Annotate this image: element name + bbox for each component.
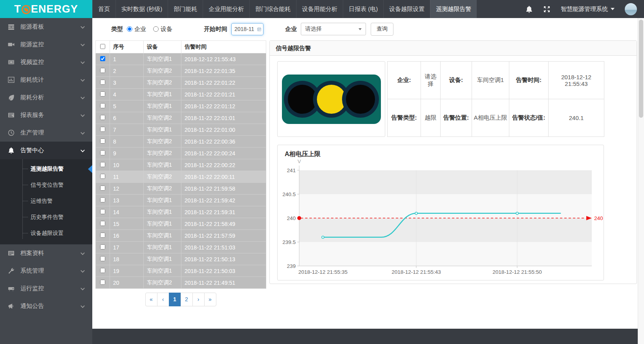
type-radio-企业[interactable]: 企业 xyxy=(127,25,146,33)
nav-tab[interactable]: 设备越限设置 xyxy=(383,0,430,18)
row-checkbox[interactable] xyxy=(100,268,105,273)
row-checkbox[interactable] xyxy=(100,244,105,249)
table-row[interactable]: 8车间空调22018-11-22 22:00:36 xyxy=(96,136,266,147)
row-checkbox[interactable] xyxy=(100,280,105,285)
table-row[interactable]: 12车间空调22018-11-22 21:59:58 xyxy=(96,183,266,195)
pagination-item[interactable]: 2 xyxy=(181,293,193,306)
row-checkbox[interactable] xyxy=(100,256,105,261)
sidebar-item[interactable]: 能耗分析 xyxy=(0,89,92,106)
chevron-down-icon xyxy=(80,268,85,273)
chevron-down-icon xyxy=(80,24,85,29)
table-row[interactable]: 18车间空调12018-11-22 21:50:13 xyxy=(96,253,266,265)
enterprise-select[interactable]: 请选择 xyxy=(301,23,366,35)
start-time-value[interactable] xyxy=(234,26,256,32)
cell-no: 19 xyxy=(110,265,144,277)
voltage-line-chart: 241240.5240239.5239V2018-12-12 21:55:352… xyxy=(278,158,604,278)
sidebar-item[interactable]: 通知公告 xyxy=(0,297,92,315)
row-checkbox[interactable] xyxy=(100,91,105,96)
nav-tab[interactable]: 遥测越限告警 xyxy=(430,0,477,18)
notification-bell-icon[interactable] xyxy=(525,5,533,13)
nav-tab[interactable]: 部门综合能耗 xyxy=(249,0,296,18)
sidebar-item[interactable]: 视频监控 xyxy=(0,53,92,71)
fullscreen-icon[interactable] xyxy=(543,5,551,13)
logo-leaf-icon xyxy=(22,5,31,14)
row-checkbox[interactable] xyxy=(100,209,105,214)
type-radio-设备[interactable]: 设备 xyxy=(153,25,172,33)
pagination-item[interactable]: « xyxy=(145,293,157,306)
system-title-dropdown[interactable]: 智慧能源管理系统 xyxy=(561,5,615,13)
row-checkbox[interactable] xyxy=(100,103,105,108)
row-checkbox[interactable] xyxy=(100,56,105,61)
camera-icon xyxy=(8,41,15,48)
sidebar-item[interactable]: 能源看板 xyxy=(0,18,92,36)
table-row[interactable]: 20车间空调22018-11-22 21:49:51 xyxy=(96,277,266,289)
cell-device: 车间空调1 xyxy=(144,206,181,218)
sidebar-item[interactable]: 档案资料 xyxy=(0,244,92,262)
cell-no: 9 xyxy=(110,147,144,159)
row-checkbox[interactable] xyxy=(100,233,105,238)
sidebar-item[interactable]: 运行监控 xyxy=(0,280,92,297)
row-checkbox[interactable] xyxy=(100,221,105,226)
sidebar-subitem[interactable]: 运维告警 xyxy=(0,193,92,209)
row-checkbox[interactable] xyxy=(100,197,105,202)
table-row[interactable]: 2车间空调22018-11-22 22:01:35 xyxy=(96,65,266,77)
row-checkbox[interactable] xyxy=(100,138,105,144)
table-row[interactable]: 19车间空调12018-11-22 21:50:03 xyxy=(96,265,266,277)
scrollbar-thumb[interactable] xyxy=(639,20,643,118)
pagination-item[interactable]: ‹ xyxy=(157,293,169,306)
table-row[interactable]: 9车间空调22018-11-22 22:00:24 xyxy=(96,147,266,159)
sidebar-item[interactable]: 系统管理 xyxy=(0,262,92,280)
table-row[interactable]: 11车间空调22018-11-22 22:00:11 xyxy=(96,171,266,183)
sidebar-subitem[interactable]: 信号变位告警 xyxy=(0,177,92,193)
nav-tab[interactable]: 实时数据 (秒级) xyxy=(115,0,168,18)
sidebar-item-label: 告警中心 xyxy=(20,147,44,154)
start-time-input[interactable] xyxy=(231,23,263,35)
table-row[interactable]: 3车间空调22018-11-22 22:01:22 xyxy=(96,77,266,89)
radio-input[interactable] xyxy=(127,26,132,32)
nav-tab[interactable]: 设备用能分析 xyxy=(296,0,343,18)
table-row[interactable]: 7车间空调12018-11-22 22:01:00 xyxy=(96,124,266,136)
avatar[interactable] xyxy=(625,3,637,15)
nav-tab[interactable]: 部门能耗 xyxy=(168,0,203,18)
pagination-item[interactable]: » xyxy=(204,293,216,306)
pagination-item[interactable]: 1 xyxy=(169,293,181,306)
nav-tab[interactable]: 企业用能分析 xyxy=(203,0,249,18)
sidebar-subitem[interactable]: 遥测越限告警 xyxy=(0,161,92,177)
table-row[interactable]: 6车间空调22018-11-22 22:01:01 xyxy=(96,112,266,124)
sidebar-item-label: 能源监控 xyxy=(20,41,44,48)
sidebar-item[interactable]: 报表服务 xyxy=(0,106,92,124)
table-row[interactable]: 4车间空调12018-11-22 22:01:21 xyxy=(96,89,266,100)
sidebar-item[interactable]: 生产管理 xyxy=(0,124,92,142)
nav-tab[interactable]: 日报表 (电) xyxy=(343,0,383,18)
table-row[interactable]: 14车间空调12018-11-22 21:59:31 xyxy=(96,206,266,218)
row-checkbox[interactable] xyxy=(100,80,105,85)
select-all-checkbox[interactable] xyxy=(100,44,105,49)
row-checkbox[interactable] xyxy=(100,150,105,155)
cell-device: 车间空调1 xyxy=(144,218,181,230)
row-checkbox[interactable] xyxy=(100,186,105,191)
cell-time: 2018-11-22 22:01:21 xyxy=(181,89,266,100)
pagination: «‹12›» xyxy=(95,293,266,306)
row-checkbox[interactable] xyxy=(100,68,105,73)
sidebar-item[interactable]: 告警中心 xyxy=(0,142,92,159)
sidebar-subitem[interactable]: 历史事件告警 xyxy=(0,209,92,225)
table-row[interactable]: 17车间空调12018-11-22 21:51:03 xyxy=(96,242,266,253)
radio-input[interactable] xyxy=(153,26,159,32)
sidebar-item[interactable]: 能耗统计 xyxy=(0,71,92,89)
row-checkbox[interactable] xyxy=(100,174,105,179)
table-row[interactable]: 15车间空调12018-11-22 21:58:49 xyxy=(96,218,266,230)
table-row[interactable]: 1车间空调12018-12-12 21:55:43 xyxy=(96,53,266,65)
table-row[interactable]: 5车间空调12018-11-22 22:01:12 xyxy=(96,100,266,112)
sidebar-item[interactable]: 能源监控 xyxy=(0,36,92,53)
row-checkbox[interactable] xyxy=(100,115,105,120)
nav-tab[interactable]: 首页 xyxy=(92,0,115,18)
row-checkbox[interactable] xyxy=(100,127,105,132)
sidebar-subitem[interactable]: 设备越限设置 xyxy=(0,225,92,241)
search-button[interactable]: 查询 xyxy=(371,23,393,36)
chevron-down-icon xyxy=(80,77,85,82)
table-row[interactable]: 16车间空调12018-11-22 21:57:59 xyxy=(96,230,266,242)
row-checkbox[interactable] xyxy=(100,162,105,167)
table-row[interactable]: 13车间空调12018-11-22 21:59:42 xyxy=(96,195,266,206)
table-row[interactable]: 10车间空调12018-11-22 22:00:22 xyxy=(96,159,266,171)
pagination-item[interactable]: › xyxy=(192,293,205,306)
